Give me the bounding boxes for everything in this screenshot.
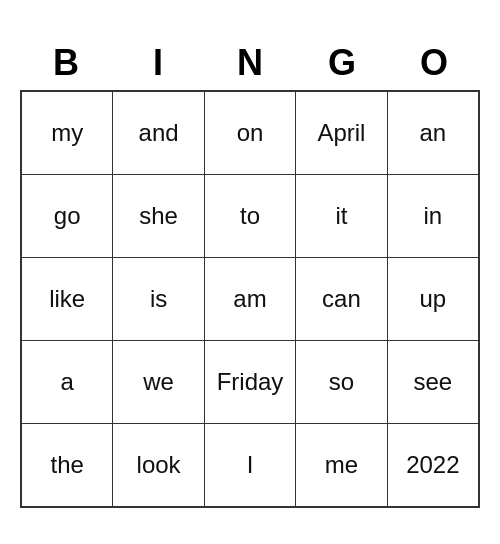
bingo-cell-2-0: like	[22, 258, 113, 340]
bingo-header: BINGO	[20, 36, 480, 90]
bingo-cell-0-0: my	[22, 92, 113, 174]
header-letter-b: B	[20, 36, 112, 90]
bingo-cell-4-0: the	[22, 424, 113, 506]
bingo-cell-2-3: can	[296, 258, 387, 340]
header-letter-g: G	[296, 36, 388, 90]
bingo-cell-1-3: it	[296, 175, 387, 257]
bingo-row-2: likeisamcanup	[22, 258, 478, 341]
bingo-cell-4-3: me	[296, 424, 387, 506]
bingo-cell-4-1: look	[113, 424, 204, 506]
bingo-cell-3-2: Friday	[205, 341, 296, 423]
bingo-row-4: thelookIme2022	[22, 424, 478, 506]
bingo-row-1: goshetoitin	[22, 175, 478, 258]
bingo-cell-3-3: so	[296, 341, 387, 423]
bingo-cell-0-2: on	[205, 92, 296, 174]
header-letter-o: O	[388, 36, 480, 90]
bingo-cell-0-1: and	[113, 92, 204, 174]
header-letter-i: I	[112, 36, 204, 90]
bingo-cell-3-4: see	[388, 341, 478, 423]
bingo-row-3: aweFridaysosee	[22, 341, 478, 424]
bingo-cell-3-0: a	[22, 341, 113, 423]
header-letter-n: N	[204, 36, 296, 90]
bingo-card: BINGO myandonAprilangoshetoitinlikeisamc…	[20, 36, 480, 508]
bingo-cell-1-1: she	[113, 175, 204, 257]
bingo-cell-1-0: go	[22, 175, 113, 257]
bingo-row-0: myandonAprilan	[22, 92, 478, 175]
bingo-cell-1-2: to	[205, 175, 296, 257]
bingo-cell-2-4: up	[388, 258, 478, 340]
bingo-cell-0-3: April	[296, 92, 387, 174]
bingo-cell-4-4: 2022	[388, 424, 478, 506]
bingo-cell-2-2: am	[205, 258, 296, 340]
bingo-cell-2-1: is	[113, 258, 204, 340]
bingo-cell-4-2: I	[205, 424, 296, 506]
bingo-cell-3-1: we	[113, 341, 204, 423]
bingo-cell-1-4: in	[388, 175, 478, 257]
bingo-grid: myandonAprilangoshetoitinlikeisamcanupaw…	[20, 90, 480, 508]
bingo-cell-0-4: an	[388, 92, 478, 174]
